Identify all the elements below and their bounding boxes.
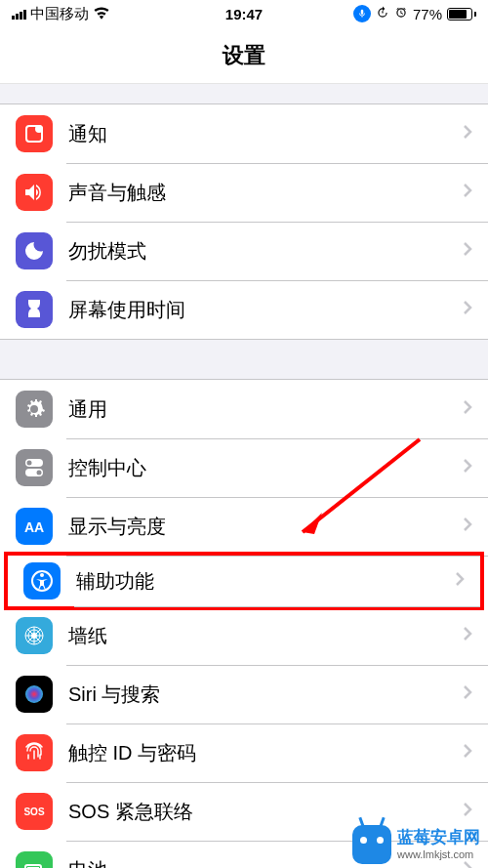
row-label: 显示与亮度: [68, 514, 463, 540]
status-time: 19:47: [225, 6, 263, 22]
chevron-right-icon: [463, 399, 472, 419]
settings-row-accessibility[interactable]: 辅助功能: [4, 552, 484, 610]
settings-row-wallpaper[interactable]: 墙纸: [0, 606, 488, 665]
watermark: 蓝莓安卓网 www.lmkjst.com: [352, 825, 480, 864]
watermark-url: www.lmkjst.com: [397, 848, 480, 861]
battery-icon: [16, 851, 53, 868]
status-bar: 中国移动 19:47 77%: [0, 0, 488, 27]
sos-icon: SOS: [16, 793, 53, 830]
header: 设置: [0, 27, 488, 84]
orientation-lock-icon: [376, 6, 389, 22]
row-label: Siri 与搜索: [68, 682, 463, 708]
svg-point-1: [35, 125, 43, 133]
touchid-icon: [16, 734, 53, 771]
notifications-icon: [16, 115, 53, 152]
settings-row-screentime[interactable]: 屏幕使用时间: [0, 280, 488, 339]
dnd-icon: [16, 232, 53, 269]
row-label: 墙纸: [68, 623, 463, 649]
row-label: 屏幕使用时间: [68, 297, 463, 323]
general-icon: [16, 391, 53, 428]
chevron-right-icon: [463, 626, 472, 645]
display-icon: AA: [16, 508, 53, 545]
settings-row-sound[interactable]: 声音与触感: [0, 163, 488, 222]
settings-group-1: 通知 声音与触感 勿扰模式 屏幕使用时间: [0, 103, 488, 340]
row-label: 辅助功能: [76, 568, 455, 595]
svg-text:AA: AA: [24, 519, 44, 535]
settings-row-notifications[interactable]: 通知: [0, 104, 488, 163]
wallpaper-icon: [16, 617, 53, 654]
settings-row-siri[interactable]: Siri 与搜索: [0, 665, 488, 723]
row-label: 触控 ID 与密码: [68, 740, 463, 766]
chevron-right-icon: [463, 183, 472, 202]
chevron-right-icon: [463, 517, 472, 536]
settings-row-dnd[interactable]: 勿扰模式: [0, 222, 488, 280]
watermark-name: 蓝莓安卓网: [397, 828, 480, 847]
chevron-right-icon: [463, 743, 472, 763]
svg-point-12: [25, 685, 43, 703]
watermark-logo: [352, 825, 391, 864]
svg-text:SOS: SOS: [23, 806, 44, 817]
chevron-right-icon: [463, 458, 472, 477]
settings-row-general[interactable]: 通用: [0, 380, 488, 438]
battery-pct: 77%: [413, 6, 442, 22]
chevron-right-icon: [463, 684, 472, 704]
chevron-right-icon: [463, 802, 472, 821]
sound-icon: [16, 174, 53, 211]
row-label: 勿扰模式: [68, 238, 463, 265]
signal-icon: [12, 8, 26, 20]
row-label: 控制中心: [68, 455, 463, 481]
settings-row-touchid[interactable]: 触控 ID 与密码: [0, 723, 488, 782]
row-label: SOS 紧急联络: [68, 799, 463, 825]
carrier-label: 中国移动: [30, 5, 89, 23]
row-label: 声音与触感: [68, 180, 463, 206]
chevron-right-icon: [463, 300, 472, 319]
alarm-icon: [394, 6, 408, 22]
battery-icon: [447, 8, 476, 21]
screentime-icon: [16, 291, 53, 328]
accessibility-icon: [23, 562, 61, 599]
settings-group-2: 通用 控制中心 AA 显示与亮度 辅助功能 墙纸 Siri 与搜索 触控 ID …: [0, 379, 488, 868]
chevron-right-icon: [463, 124, 472, 144]
page-title: 设置: [223, 41, 265, 70]
chevron-right-icon: [463, 241, 472, 261]
settings-row-control[interactable]: 控制中心: [0, 438, 488, 497]
voice-icon: [353, 5, 371, 22]
wifi-icon: [93, 6, 110, 22]
siri-icon: [16, 676, 53, 713]
svg-point-5: [37, 471, 42, 475]
svg-point-4: [27, 461, 32, 466]
chevron-right-icon: [455, 571, 465, 591]
row-label: 通知: [68, 121, 463, 147]
svg-point-8: [40, 573, 44, 577]
row-label: 通用: [68, 396, 463, 423]
control-icon: [16, 449, 53, 486]
settings-row-display[interactable]: AA 显示与亮度: [0, 497, 488, 556]
